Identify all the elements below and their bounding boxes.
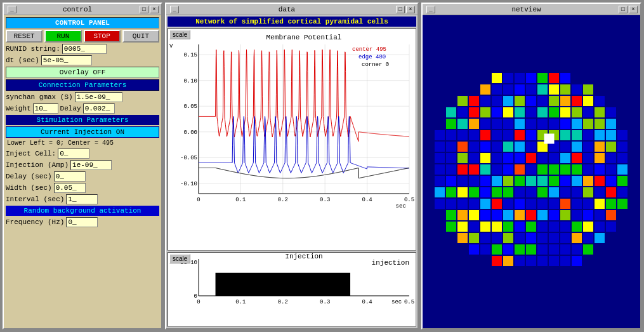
control-content: CONTROL PANEL RESET RUN STOP QUIT RUNID …: [4, 15, 161, 328]
data-window: _ data □ × Network of simplified cortica…: [165, 3, 419, 329]
data-title: data: [179, 6, 395, 13]
scale-button-inject[interactable]: scale: [169, 254, 190, 263]
overlay-btn[interactable]: Overlay OFF: [6, 67, 159, 78]
dt-row: dt (sec): [6, 55, 159, 65]
injection-chart: scale: [168, 252, 416, 327]
freq-input[interactable]: [66, 217, 98, 227]
netview-content: [423, 15, 640, 328]
freq-row: Frequency (Hz): [6, 217, 159, 227]
width-row: Width (sec): [6, 183, 159, 193]
data-content: Network of simplified cortical pyramidal…: [166, 15, 417, 328]
stim-delay-row: Delay (sec): [6, 171, 159, 182]
stim-delay-input[interactable]: [54, 171, 86, 182]
injection-amp-row: Injection (Amp): [6, 160, 159, 170]
netview-canvas: [423, 15, 640, 328]
synchan-label: synchan gmax (S): [6, 93, 73, 101]
data-minimize-btn[interactable]: _: [170, 6, 179, 13]
delay-input[interactable]: [83, 103, 115, 114]
weight-delay-row: Weight Delay: [6, 103, 159, 114]
synchan-row: synchan gmax (S): [6, 92, 159, 102]
data-maximize-btn[interactable]: □: [396, 6, 405, 13]
runid-input[interactable]: [62, 44, 107, 54]
control-title: control: [16, 6, 138, 13]
dt-label: dt (sec): [6, 56, 39, 64]
netview-title: netview: [435, 6, 617, 13]
control-title-bar: _ control □ ×: [4, 4, 161, 15]
weight-input[interactable]: [33, 103, 58, 114]
width-input[interactable]: [54, 183, 86, 193]
interval-row: Interval (sec): [6, 194, 159, 204]
inject-cell-input[interactable]: [58, 149, 89, 159]
freq-label: Frequency (Hz): [6, 218, 64, 226]
reset-button[interactable]: RESET: [6, 30, 43, 43]
runid-label: RUNID string:: [6, 45, 60, 53]
interval-input[interactable]: [66, 194, 98, 204]
inject-active-label: Current Injection ON: [6, 126, 159, 138]
weight-label: Weight: [6, 105, 31, 112]
stop-button[interactable]: STOP: [84, 30, 121, 43]
connection-header: Connection Parameters: [6, 79, 159, 91]
netview-minimize-btn[interactable]: _: [426, 6, 435, 13]
netview-close-btn[interactable]: ×: [629, 6, 638, 13]
inject-info-label: Lower Left = 0; Center = 495: [6, 139, 159, 147]
control-panel-header: CONTROL PANEL: [6, 17, 159, 29]
inject-cell-label: Inject Cell:: [6, 150, 56, 157]
delay-label: Delay: [60, 105, 81, 112]
scale-button-main[interactable]: scale: [169, 30, 190, 39]
control-minimize-btn[interactable]: _: [8, 6, 16, 13]
stim-delay-label: Delay (sec): [6, 173, 52, 180]
dt-input[interactable]: [41, 55, 92, 65]
interval-label: Interval (sec): [6, 196, 64, 203]
main-buttons-row: RESET RUN STOP QUIT: [6, 30, 159, 43]
runid-row: RUNID string:: [6, 44, 159, 54]
inject-cell-row: Inject Cell:: [6, 149, 159, 159]
injection-amp-label: Injection (Amp): [6, 161, 69, 169]
run-button[interactable]: RUN: [44, 30, 81, 43]
stimulation-header: Stimulation Parameters: [6, 115, 159, 125]
control-maximize-btn[interactable]: □: [140, 6, 148, 13]
quit-button[interactable]: QUIT: [122, 30, 159, 43]
netview-window: _ netview □ ×: [421, 3, 641, 329]
control-window: _ control □ × CONTROL PANEL RESET RUN ST…: [3, 3, 162, 329]
network-title: Network of simplified cortical pyramidal…: [168, 17, 416, 27]
random-bg-header: Random background activation: [6, 206, 159, 216]
data-close-btn[interactable]: ×: [406, 6, 415, 13]
data-title-bar: _ data □ ×: [166, 4, 417, 15]
membrane-chart: scale: [168, 28, 416, 251]
synchan-input[interactable]: [75, 92, 122, 102]
injection-amp-input[interactable]: [70, 160, 112, 170]
width-label: Width (sec): [6, 184, 52, 192]
netview-maximize-btn[interactable]: □: [619, 6, 628, 13]
control-close-btn[interactable]: ×: [150, 6, 159, 13]
netview-title-bar: _ netview □ ×: [423, 4, 640, 15]
